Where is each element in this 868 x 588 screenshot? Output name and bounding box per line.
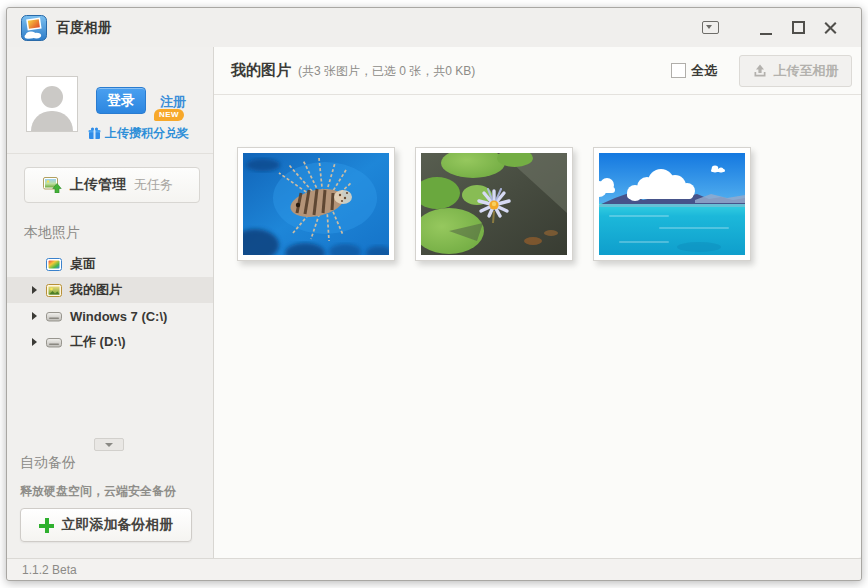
water-lily-image	[421, 153, 567, 255]
add-backup-album-button[interactable]: 立即添加备份相册	[20, 508, 192, 542]
close-button[interactable]	[819, 17, 841, 39]
header-actions: 全选 上传至相册	[671, 55, 852, 87]
expand-arrow-icon[interactable]	[32, 286, 46, 294]
upload-icon	[753, 64, 767, 78]
app-title: 百度相册	[56, 19, 112, 37]
auto-backup-title: 自动备份	[20, 454, 76, 472]
points-link[interactable]: 上传攒积分兑奖	[88, 125, 189, 142]
upload-manager-status: 无任务	[134, 176, 173, 194]
add-backup-album-label: 立即添加备份相册	[62, 516, 174, 534]
upload-manager-icon	[43, 177, 62, 193]
main-header: 我的图片 (共3 张图片，已选 0 张，共0 KB) 全选 上传至相册	[214, 47, 861, 95]
lionfish-image	[243, 153, 389, 255]
statusbar: 1.1.2 Beta	[7, 558, 861, 580]
photo-thumbnail-lionfish[interactable]	[237, 147, 395, 261]
photo-thumbnail-water-lily[interactable]	[415, 147, 573, 261]
sidebar: 登录 注册 NEW 上传攒积分兑奖	[7, 47, 214, 558]
drive-icon	[46, 335, 63, 349]
sidebar-divider	[7, 153, 213, 154]
minimize-icon	[760, 33, 772, 35]
content-area: 登录 注册 NEW 上传攒积分兑奖	[7, 47, 861, 558]
auto-backup-subtitle: 释放硬盘空间，云端安全备份	[20, 483, 176, 500]
select-all-checkbox[interactable]	[671, 63, 686, 78]
sidebar-item-drive-d[interactable]: 工作 (D:\)	[7, 329, 213, 355]
chevron-down-icon	[105, 443, 113, 447]
window-menu-icon	[702, 21, 719, 34]
pictures-folder-icon	[46, 283, 63, 297]
sidebar-item-desktop[interactable]: 桌面	[7, 251, 213, 277]
maximize-button[interactable]	[787, 17, 809, 39]
baidu-album-app-icon	[21, 15, 47, 41]
login-button[interactable]: 登录	[96, 87, 146, 114]
expand-arrow-icon[interactable]	[32, 338, 46, 346]
expand-arrow-icon[interactable]	[32, 312, 46, 320]
plus-icon	[39, 518, 54, 533]
photo-count-summary: (共3 张图片，已选 0 张，共0 KB)	[298, 61, 475, 80]
window-menu-button[interactable]	[699, 17, 721, 39]
maximize-icon	[792, 21, 805, 34]
local-photos-tree: 桌面	[7, 251, 213, 355]
tropical-sea-image	[599, 153, 745, 255]
gift-icon	[88, 127, 101, 140]
app-window: 百度相册 登录 注册 NEW	[6, 7, 862, 581]
sidebar-item-my-pictures[interactable]: 我的图片	[7, 277, 213, 303]
version-label: 1.1.2 Beta	[22, 563, 77, 577]
avatar-head	[41, 86, 63, 108]
sidebar-item-drive-c[interactable]: Windows 7 (C:\)	[7, 303, 213, 329]
upload-to-album-label: 上传至相册	[774, 62, 839, 80]
select-all-label: 全选	[691, 62, 717, 80]
sidebar-item-label: Windows 7 (C:\)	[70, 309, 167, 324]
minimize-button[interactable]	[755, 17, 777, 39]
main-panel: 我的图片 (共3 张图片，已选 0 张，共0 KB) 全选 上传至相册	[214, 47, 861, 558]
close-icon	[824, 21, 837, 34]
sidebar-item-label: 桌面	[70, 255, 96, 273]
upload-manager-label: 上传管理	[70, 176, 126, 194]
sidebar-item-label: 我的图片	[70, 281, 122, 299]
photo-grid	[214, 95, 861, 261]
collapse-panel-button[interactable]	[94, 438, 124, 451]
titlebar: 百度相册	[7, 8, 861, 47]
window-controls	[699, 8, 841, 47]
points-link-label: 上传攒积分兑奖	[105, 125, 189, 142]
upload-to-album-button[interactable]: 上传至相册	[739, 55, 852, 87]
avatar	[26, 76, 78, 132]
points-new-badge: NEW	[154, 109, 184, 121]
photo-thumbnail-tropical-sea[interactable]	[593, 147, 751, 261]
page-title: 我的图片	[231, 61, 291, 80]
select-all-control[interactable]: 全选	[671, 62, 717, 80]
avatar-shoulders	[31, 111, 73, 131]
upload-manager-button[interactable]: 上传管理 无任务	[24, 167, 200, 203]
drive-icon	[46, 309, 63, 323]
sidebar-item-label: 工作 (D:\)	[70, 333, 126, 351]
local-photos-header: 本地照片	[24, 224, 80, 242]
desktop-icon	[46, 257, 63, 271]
